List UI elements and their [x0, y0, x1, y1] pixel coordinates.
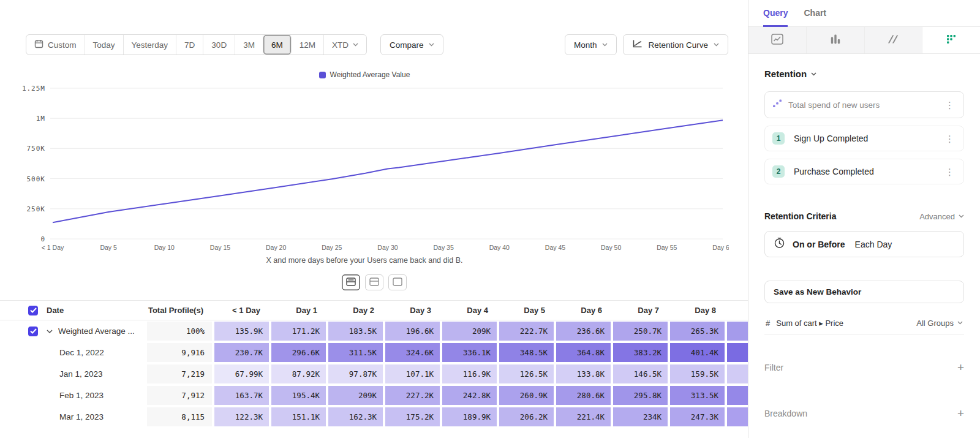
retention-value-cell[interactable]: 221.4K: [555, 406, 612, 428]
range-30d[interactable]: 30D: [203, 35, 235, 55]
clipped-value-cell[interactable]: [726, 406, 748, 428]
retention-value-cell[interactable]: 146.5K: [612, 363, 669, 385]
step-row-1[interactable]: 1 Sign Up Completed ⋮: [764, 126, 964, 151]
range-yesterday[interactable]: Yesterday: [124, 35, 177, 55]
flows-report-tab[interactable]: [865, 27, 923, 53]
funnels-report-tab[interactable]: [807, 27, 865, 53]
table-view-toggles: [0, 274, 748, 290]
retention-value-cell[interactable]: 260.9K: [498, 385, 555, 406]
retention-value-cell[interactable]: 364.8K: [555, 342, 612, 363]
svg-text:0: 0: [40, 235, 45, 243]
retention-value-cell[interactable]: 230.7K: [213, 342, 270, 363]
retention-value-cell[interactable]: 196.6K: [384, 320, 441, 342]
layout-split-view-button[interactable]: [342, 274, 360, 290]
retention-value-cell[interactable]: 133.8K: [555, 363, 612, 385]
retention-value-cell[interactable]: 67.99K: [213, 363, 270, 385]
retention-value-cell[interactable]: 195.4K: [270, 385, 327, 406]
retention-value-cell[interactable]: 247.3K: [669, 406, 726, 428]
retention-section-header[interactable]: Retention: [764, 69, 964, 79]
insights-report-tab[interactable]: [748, 27, 807, 53]
retention-value-cell[interactable]: 280.6K: [555, 385, 612, 406]
layout-chart-view-button[interactable]: [388, 274, 407, 290]
condition-frequency[interactable]: Each Day: [855, 240, 892, 249]
retention-value-cell[interactable]: 250.7K: [612, 320, 669, 342]
retention-value-cell[interactable]: 151.1K: [270, 406, 327, 428]
row-header-cell: Weighted Average ...: [0, 320, 146, 342]
retention-value-cell[interactable]: 234K: [612, 406, 669, 428]
retention-value-cell[interactable]: 175.2K: [384, 406, 441, 428]
retention-value-cell[interactable]: 324.6K: [384, 342, 441, 363]
condition-operator[interactable]: On or Before: [793, 240, 845, 249]
range-7d[interactable]: 7D: [176, 35, 203, 55]
advanced-dropdown[interactable]: Advanced: [919, 212, 964, 221]
range-xtd[interactable]: XTD: [324, 35, 366, 55]
retention-value-cell[interactable]: 107.1K: [384, 363, 441, 385]
range-today[interactable]: Today: [85, 35, 124, 55]
header-day-column: Day 8: [669, 300, 726, 320]
retention-value-cell[interactable]: 209K: [327, 385, 384, 406]
tab-query[interactable]: Query: [763, 0, 788, 27]
chart-type-button[interactable]: Retention Curve: [623, 34, 728, 55]
retention-value-cell[interactable]: 159.5K: [669, 363, 726, 385]
retention-value-cell[interactable]: 189.9K: [441, 406, 498, 428]
add-breakdown-button[interactable]: +: [957, 407, 964, 419]
svg-text:Day 20: Day 20: [266, 244, 286, 251]
retention-value-cell[interactable]: 87.92K: [270, 363, 327, 385]
clipped-value-cell[interactable]: [726, 363, 748, 385]
tab-chart[interactable]: Chart: [804, 0, 826, 27]
retention-value-cell[interactable]: 222.7K: [498, 320, 555, 342]
range-3m[interactable]: 3M: [235, 35, 263, 55]
retention-value-cell[interactable]: 206.2K: [498, 406, 555, 428]
measure-property[interactable]: Sum of cart ▸ Price: [776, 319, 843, 328]
retention-value-cell[interactable]: 296.6K: [270, 342, 327, 363]
range-6m[interactable]: 6M: [263, 35, 292, 55]
retention-value-cell[interactable]: 311.5K: [327, 342, 384, 363]
select-all-checkbox[interactable]: [28, 306, 38, 315]
save-behavior-button[interactable]: Save as New Behavior: [764, 281, 964, 303]
retention-value-cell[interactable]: 313.5K: [669, 385, 726, 406]
retention-value-cell[interactable]: 242.8K: [441, 385, 498, 406]
retention-value-cell[interactable]: 295.8K: [612, 385, 669, 406]
retention-condition[interactable]: On or Before Each Day: [764, 231, 964, 257]
date-range-group: Custom TodayYesterday7D30D3M6M12MXTD: [26, 34, 367, 55]
compare-button[interactable]: Compare: [380, 34, 444, 55]
retention-value-cell[interactable]: 162.3K: [327, 406, 384, 428]
kebab-menu-icon[interactable]: ⋮: [943, 100, 956, 110]
groups-dropdown[interactable]: All Groups: [916, 319, 963, 328]
retention-value-cell[interactable]: 183.5K: [327, 320, 384, 342]
retention-value-cell[interactable]: 265.3K: [669, 320, 726, 342]
retention-value-cell[interactable]: 171.2K: [270, 320, 327, 342]
range-12m[interactable]: 12M: [292, 35, 324, 55]
custom-date-button[interactable]: Custom: [26, 35, 85, 55]
retention-value-cell[interactable]: 209K: [441, 320, 498, 342]
calendar-icon: [34, 39, 43, 50]
clipped-value-cell[interactable]: [726, 320, 748, 342]
retention-value-cell[interactable]: 236.6K: [555, 320, 612, 342]
clipped-value-cell[interactable]: [726, 342, 748, 363]
clipped-value-cell[interactable]: [726, 385, 748, 406]
retention-report-tab[interactable]: [922, 27, 980, 53]
retention-value-cell[interactable]: 116.9K: [441, 363, 498, 385]
expand-chevron-icon[interactable]: [47, 330, 53, 333]
retention-value-cell[interactable]: 163.7K: [213, 385, 270, 406]
granularity-button[interactable]: Month: [565, 34, 617, 55]
retention-line-chart[interactable]: 0250K500K750K1M1.25M< 1 DayDay 5Day 10Da…: [0, 82, 729, 254]
svg-text:500K: 500K: [27, 175, 46, 183]
retention-value-cell[interactable]: 97.87K: [327, 363, 384, 385]
retention-value-cell[interactable]: 135.9K: [213, 320, 270, 342]
layout-table-view-button[interactable]: [365, 274, 383, 290]
row-checkbox[interactable]: [28, 327, 38, 336]
retention-value-cell[interactable]: 122.3K: [213, 406, 270, 428]
retention-value-cell[interactable]: 383.2K: [612, 342, 669, 363]
add-filter-button[interactable]: +: [957, 361, 964, 373]
svg-text:Day 5: Day 5: [100, 244, 117, 251]
retention-value-cell[interactable]: 348.5K: [498, 342, 555, 363]
retention-value-cell[interactable]: 401.4K: [669, 342, 726, 363]
behavior-card[interactable]: Total spend of new users ⋮: [764, 91, 964, 118]
retention-value-cell[interactable]: 336.1K: [441, 342, 498, 363]
retention-value-cell[interactable]: 227.2K: [384, 385, 441, 406]
kebab-menu-icon[interactable]: ⋮: [943, 167, 956, 176]
retention-value-cell[interactable]: 126.5K: [498, 363, 555, 385]
kebab-menu-icon[interactable]: ⋮: [943, 134, 956, 143]
step-row-2[interactable]: 2 Purchase Completed ⋮: [764, 159, 964, 184]
